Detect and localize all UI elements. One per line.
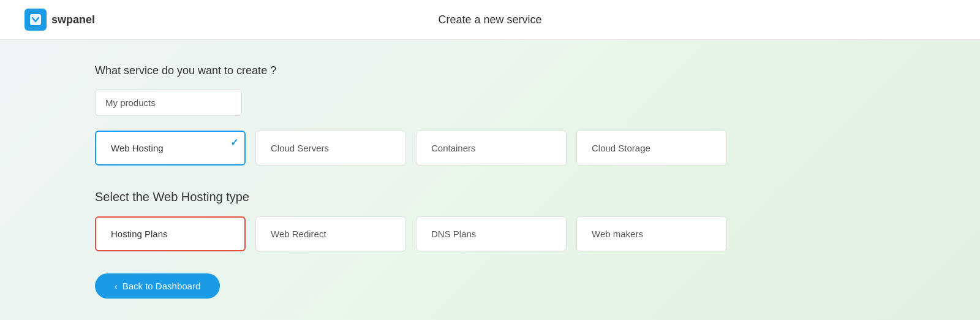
service-card-cloud-storage[interactable]: Cloud Storage (576, 131, 727, 166)
type-card-label: DNS Plans (431, 229, 476, 239)
type-card-web-redirect[interactable]: Web Redirect (255, 216, 406, 251)
service-card-containers[interactable]: Containers (416, 131, 567, 166)
back-button-label: Back to Dashboard (123, 281, 201, 291)
type-card-label: Web Redirect (271, 229, 326, 239)
type-card-hosting-plans[interactable]: Hosting Plans (95, 216, 246, 251)
section1-label: What service do you want to create ? (95, 64, 885, 77)
back-to-dashboard-button[interactable]: ‹ Back to Dashboard (95, 273, 220, 299)
service-card-label: Web Hosting (111, 143, 164, 153)
brand-icon (24, 9, 47, 31)
type-card-label: Web makers (592, 229, 643, 239)
page-title: Create a new service (438, 13, 541, 26)
service-card-web-hosting[interactable]: Web Hosting (95, 131, 246, 166)
service-card-label: Containers (431, 143, 476, 153)
service-card-label: Cloud Storage (592, 143, 650, 153)
dropdown-value: My products (105, 97, 156, 108)
service-cards: Web Hosting Cloud Servers Containers Clo… (95, 131, 885, 166)
type-card-web-makers[interactable]: Web makers (576, 216, 727, 251)
back-arrow-icon: ‹ (115, 281, 118, 291)
main-content: What service do you want to create ? My … (0, 40, 980, 320)
section2-label: Select the Web Hosting type (95, 190, 885, 204)
products-dropdown[interactable]: My products (95, 90, 242, 116)
dropdown-wrapper: My products (95, 90, 885, 116)
type-card-label: Hosting Plans (111, 229, 168, 239)
service-card-label: Cloud Servers (271, 143, 329, 153)
svg-rect-0 (30, 14, 41, 25)
service-card-cloud-servers[interactable]: Cloud Servers (255, 131, 406, 166)
type-cards: Hosting Plans Web Redirect DNS Plans Web… (95, 216, 885, 251)
type-card-dns-plans[interactable]: DNS Plans (416, 216, 567, 251)
brand-name: swpanel (51, 13, 95, 26)
logo-area: swpanel (24, 9, 95, 31)
header: swpanel Create a new service (0, 0, 980, 40)
